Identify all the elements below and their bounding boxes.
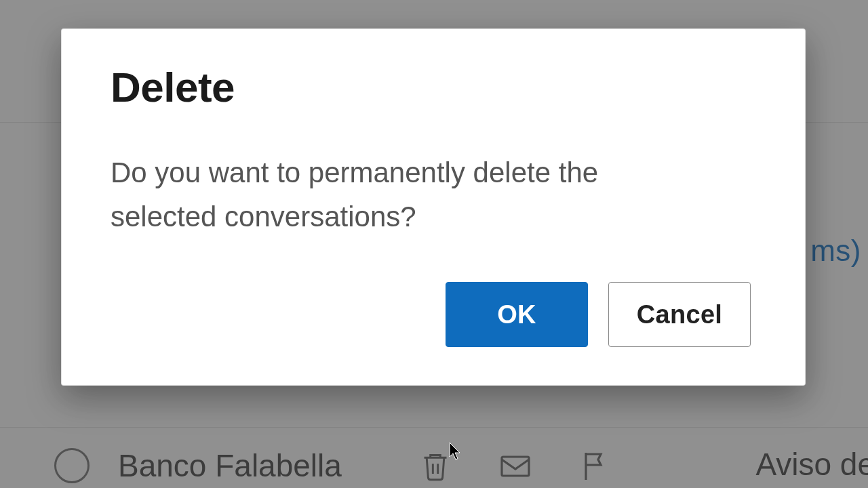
- ok-button[interactable]: OK: [446, 282, 588, 347]
- delete-confirm-dialog: Delete Do you want to permanently delete…: [61, 28, 806, 386]
- dialog-actions: OK Cancel: [111, 282, 751, 347]
- dialog-message: Do you want to permanently delete the se…: [111, 150, 701, 239]
- cancel-button[interactable]: Cancel: [608, 282, 751, 347]
- dialog-title: Delete: [111, 63, 756, 111]
